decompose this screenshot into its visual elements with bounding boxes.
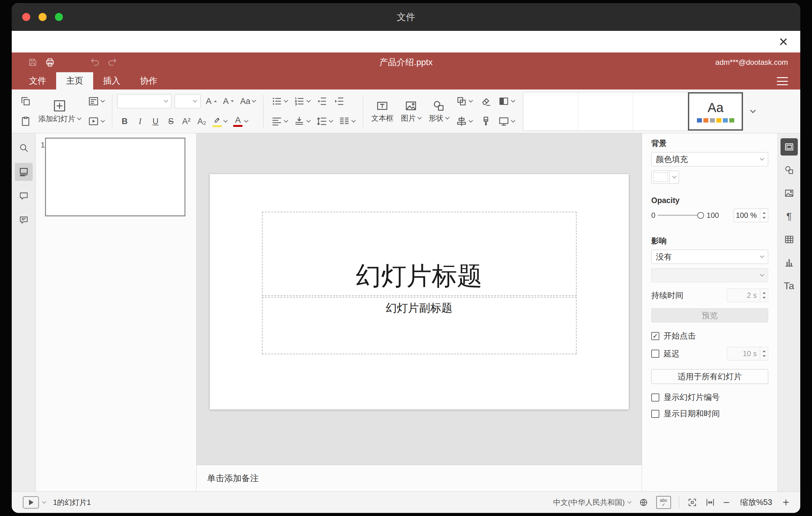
title-placeholder[interactable]: 幻灯片标题 — [262, 212, 577, 296]
print-button[interactable] — [41, 54, 59, 70]
copy-style-button[interactable] — [477, 113, 494, 130]
image-settings-button[interactable] — [781, 184, 798, 202]
font-color-button[interactable]: A — [230, 113, 251, 130]
chevron-down-icon[interactable] — [42, 499, 46, 504]
add-slide-button[interactable]: 添加幻灯片 — [35, 92, 84, 131]
minimize-traffic-light[interactable] — [38, 13, 47, 21]
underline-button[interactable]: U — [148, 113, 163, 130]
effect-variant-select[interactable] — [651, 268, 768, 282]
insert-image-button[interactable]: 图片 — [398, 92, 424, 131]
theme-item[interactable] — [523, 92, 578, 131]
color-dropdown-button[interactable] — [669, 171, 679, 183]
tab-insert[interactable]: 插入 — [93, 72, 130, 89]
tab-home[interactable]: 主页 — [56, 72, 93, 89]
effect-select[interactable]: 没有 — [651, 250, 768, 264]
tab-collaboration[interactable]: 协作 — [130, 72, 167, 89]
bold-button[interactable]: B — [117, 113, 132, 130]
font-name-select[interactable] — [117, 94, 172, 108]
paste-button[interactable] — [17, 113, 34, 130]
undo-button[interactable] — [86, 54, 104, 70]
chat-button[interactable] — [15, 211, 33, 229]
set-language-button[interactable] — [639, 498, 648, 507]
theme-item[interactable] — [578, 92, 633, 131]
comments-button[interactable] — [15, 187, 33, 205]
start-on-click-checkbox[interactable]: ✓ — [651, 332, 659, 340]
columns-button[interactable] — [336, 113, 358, 130]
preview-button[interactable]: 预览 — [651, 308, 768, 322]
line-spacing-button[interactable] — [314, 113, 335, 130]
spinner-arrows[interactable] — [760, 209, 768, 222]
horizontal-align-button[interactable] — [268, 113, 290, 130]
slide-counter: 1的幻灯片1 — [53, 497, 91, 507]
notes-area[interactable]: 单击添加备注 — [197, 465, 642, 491]
chart-settings-button[interactable] — [781, 254, 798, 271]
increase-indent-button[interactable] — [331, 93, 347, 110]
change-layout-button[interactable] — [85, 93, 107, 110]
delay-input[interactable]: 10 s — [727, 347, 768, 361]
copy-button[interactable] — [17, 93, 34, 110]
menu-icon[interactable] — [777, 77, 788, 85]
fit-to-width-button[interactable] — [705, 497, 715, 507]
font-size-select[interactable] — [175, 94, 201, 108]
highlight-color-button[interactable] — [210, 113, 230, 130]
color-scheme-button[interactable] — [495, 93, 517, 110]
subscript-button[interactable]: A₂ — [194, 113, 209, 130]
textart-settings-button[interactable]: Ta — [781, 277, 798, 294]
spinner-arrows[interactable] — [760, 289, 768, 302]
insert-shape-button[interactable]: 形状 — [426, 92, 452, 131]
tab-file[interactable]: 文件 — [19, 72, 56, 89]
slide-settings-button[interactable] — [781, 138, 798, 155]
superscript-button[interactable]: A² — [179, 113, 194, 130]
subtitle-placeholder[interactable]: 幻灯片副标题 — [262, 297, 577, 354]
language-selector[interactable]: 中文(中华人民共和国) — [553, 497, 631, 507]
theme-item[interactable] — [633, 92, 688, 131]
background-label: 背景 — [651, 138, 768, 148]
insert-textbox-button[interactable]: 文本框 — [368, 92, 397, 131]
start-slideshow-button[interactable] — [85, 113, 107, 130]
delay-checkbox[interactable] — [651, 350, 659, 358]
apply-to-all-slides-button[interactable]: 适用于所有幻灯片 — [651, 369, 768, 384]
theme-gallery-expand-button[interactable] — [745, 92, 761, 131]
start-slideshow-status-button[interactable] — [23, 496, 39, 509]
close-traffic-light[interactable] — [22, 13, 30, 21]
show-slide-number-checkbox[interactable] — [651, 394, 659, 402]
zoom-in-button[interactable]: + — [783, 497, 789, 508]
theme-item-selected[interactable]: Aa — [688, 92, 743, 131]
redo-button[interactable] — [104, 54, 121, 70]
increase-font-button[interactable]: A — [203, 93, 220, 110]
slide-size-button[interactable] — [495, 113, 517, 130]
opacity-input[interactable]: 100 % — [734, 209, 768, 222]
background-color-picker[interactable] — [651, 171, 679, 183]
close-icon[interactable]: × — [779, 33, 788, 51]
paragraph-settings-button[interactable]: ¶ — [781, 208, 798, 225]
chevron-down-icon — [760, 254, 764, 258]
save-button[interactable] — [24, 54, 41, 70]
zoom-out-button[interactable]: − — [723, 497, 730, 508]
search-button[interactable] — [15, 139, 33, 157]
numbering-button[interactable] — [291, 93, 313, 110]
fit-to-slide-button[interactable] — [687, 497, 697, 507]
strikeout-button[interactable]: S — [164, 113, 178, 130]
spell-check-button[interactable]: abc ✓ — [656, 496, 671, 509]
slide-thumbnail[interactable] — [45, 138, 185, 216]
decrease-indent-button[interactable] — [314, 93, 330, 110]
change-case-button[interactable]: Aa — [237, 93, 258, 110]
spinner-arrows[interactable] — [760, 347, 768, 360]
bullets-button[interactable] — [268, 93, 290, 110]
vertical-align-button[interactable] — [291, 113, 313, 130]
clear-style-button[interactable] — [477, 93, 494, 110]
show-date-time-checkbox[interactable] — [651, 410, 659, 418]
slides-panel-button[interactable] — [15, 163, 33, 181]
italic-button[interactable]: I — [133, 113, 147, 130]
opacity-slider[interactable] — [658, 212, 704, 219]
opacity-slider-knob[interactable] — [697, 212, 704, 219]
table-settings-button[interactable] — [781, 231, 798, 248]
background-fill-select[interactable]: 颜色填充 — [651, 152, 768, 166]
shape-settings-button[interactable] — [781, 162, 798, 179]
arrange-shape-button[interactable] — [453, 93, 475, 110]
fullscreen-traffic-light[interactable] — [55, 13, 63, 21]
decrease-font-button[interactable]: A — [220, 93, 237, 110]
slide[interactable]: 幻灯片标题 幻灯片副标题 — [210, 174, 629, 409]
duration-input[interactable]: 2 s — [727, 289, 768, 302]
align-shape-button[interactable] — [453, 113, 475, 130]
